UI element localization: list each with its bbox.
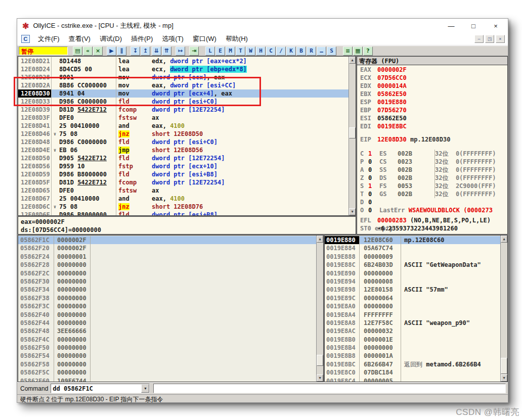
help-icon[interactable]: ?	[363, 46, 373, 56]
disasm-row[interactable]: 12E08D6ED986 B8000000flddword ptr [esi+B…	[18, 211, 349, 215]
animate-into-icon[interactable]: ⇊	[152, 46, 161, 56]
letter-button-s[interactable]: S	[327, 46, 336, 56]
step-into-icon[interactable]: ↧	[130, 46, 140, 56]
register-row[interactable]: EDX0000014A	[360, 82, 507, 90]
dump-row[interactable]: 05862F5C00000000	[18, 368, 316, 377]
appearance-icon[interactable]: ▦	[353, 46, 363, 56]
stack-row[interactable]: 0019E88012E08C60mp.12E08C60	[325, 236, 500, 244]
dump-row[interactable]: 05862F2800000000	[18, 261, 316, 269]
disasm-row[interactable]: 12E08D2A8B86 CC000000moveax, dword ptr […	[18, 81, 349, 89]
stack-row[interactable]: 0019E8C007DBC184	[325, 368, 500, 377]
disasm-scroll-thumb[interactable]	[349, 127, 356, 138]
stack-row[interactable]: 0019E88800000009	[325, 253, 500, 261]
disasm-row[interactable]: 12E08D33D986 C0000000flddword ptr [esi+C…	[18, 98, 349, 106]
letter-button-c[interactable]: C	[266, 46, 276, 56]
title-bar[interactable]: ✱ OllyICE - cstrike.exe - [CPU - 主线程, 模块…	[17, 19, 508, 33]
stack-row[interactable]: 0019E8AC00000032	[325, 327, 500, 335]
menu-item[interactable]: 文件(F)	[33, 33, 64, 44]
dump-row[interactable]: 05862F4C00000000	[18, 336, 316, 344]
disasm-row[interactable]: 12E08D3FDFE0fstswax	[18, 114, 349, 122]
restart-icon[interactable]: «	[83, 46, 93, 56]
stack-row[interactable]: 0019E8B80000001A	[325, 352, 500, 360]
dump-row[interactable]: 05862F2400000001	[18, 253, 316, 261]
flag-row[interactable]: T0GS002B32位 0(FFFFFFFF)	[360, 190, 507, 198]
flag-row[interactable]: S1FS005332位 2C9000(FFF)	[360, 182, 507, 190]
mdi-minimize-icon[interactable]: –	[474, 35, 484, 43]
maximize-icon[interactable]: □	[469, 22, 477, 30]
dump-row[interactable]: 05862F4000000000	[18, 311, 316, 319]
scroll-down-icon[interactable]: ▼	[501, 375, 507, 382]
disasm-row[interactable]: 12E08D218D1448leaedx, dword ptr [eax+ecx…	[18, 57, 349, 65]
dump-scrollbar[interactable]: ▲ ▼	[316, 236, 323, 382]
disasm-row[interactable]: 12E08D6C∨75 08jnzshort 12E08D76	[18, 203, 349, 211]
disasm-row[interactable]: 12E08D48D986 C0000000flddword ptr [esi+C…	[18, 138, 349, 146]
letter-button-b[interactable]: B	[296, 46, 306, 56]
dump-row[interactable]: 05862F3800000000	[18, 294, 316, 302]
stack-row[interactable]: 0019E89400000008	[325, 277, 500, 286]
register-row[interactable]: ESP0019E880	[360, 98, 507, 106]
scroll-down-icon[interactable]: ▼	[349, 208, 356, 215]
letter-button-slash[interactable]: /	[276, 46, 286, 56]
stack-scrollbar[interactable]: ▲ ▼	[500, 236, 507, 382]
disasm-row[interactable]: 12E08D248D4CD5 00leaecx, dword ptr [ebp+…	[18, 65, 349, 73]
stack-row[interactable]: 0019E8B400000000	[325, 344, 500, 352]
step-over-icon[interactable]: ↥	[141, 46, 150, 56]
close-icon[interactable]: ×	[492, 22, 500, 30]
disasm-row[interactable]: 12E08D56D959 10fstpdword ptr [ecx+10]	[18, 162, 349, 170]
command-input[interactable]: dd 05862F1C	[51, 385, 141, 392]
eip-row[interactable]: EIP12E08D30 mp.12E08D30	[360, 135, 507, 144]
dump-row[interactable]: 05862F3000000000	[18, 277, 316, 286]
pause-icon[interactable]: ∥	[117, 46, 126, 56]
flag-row[interactable]: O0LastErr WSAEWOULDBLOCK (0000273	[360, 206, 507, 214]
disasm-row[interactable]: 12E08D46∨75 08jnzshort 12E08D50	[18, 130, 349, 138]
command-combobox[interactable]: dd 05862F1C ▼	[51, 384, 150, 393]
disasm-row[interactable]: 12E08D4125 00410000andeax, 4100	[18, 122, 349, 130]
flag-row[interactable]: A0SS002B32位 0(FFFFFFFF)	[360, 166, 507, 174]
disasm-row[interactable]: 12E08D308941 04movdword ptr [ecx+4], eax	[18, 89, 349, 98]
stack-row[interactable]: 0019E8A812E7F58CASCII "weapon_p90"	[325, 319, 500, 327]
register-row[interactable]: EAX0000002F	[360, 66, 507, 74]
disasm-row[interactable]: 12E08D5FD81D 5422E712fcompdword ptr [12E…	[18, 178, 349, 186]
stack-row[interactable]: 0019E8A000000000	[325, 302, 500, 310]
open-file-icon[interactable]: ▤	[73, 46, 82, 56]
dump-row[interactable]: 05862F2C00000000	[18, 269, 316, 277]
menu-item[interactable]: 选项(T)	[157, 33, 188, 44]
options-icon[interactable]: ≡	[343, 46, 353, 56]
dump-row[interactable]: 05862F3C00000000	[18, 302, 316, 310]
stack-row[interactable]: 0019E8C400000005	[325, 377, 500, 382]
registers-pane[interactable]: 寄存器 (FPU) EAX0000002FECX07D56CC0EDX00000…	[357, 56, 508, 235]
letter-button-r[interactable]: R	[307, 46, 316, 56]
minimize-icon[interactable]: —	[447, 22, 455, 30]
animate-over-icon[interactable]: ⇈	[162, 46, 171, 56]
register-row[interactable]: EDI0019E8BC	[360, 122, 507, 130]
flag-row[interactable]: Z0DS002B32位 0(FFFFFFFF)	[360, 174, 507, 182]
disasm-row[interactable]: 12E08D59D986 B8000000flddword ptr [esi+B…	[18, 170, 349, 178]
mdi-close-icon[interactable]: ×	[496, 35, 505, 43]
stack-pane[interactable]: 0019E88012E08C60mp.12E08C600019E88405A67…	[324, 235, 508, 382]
disasm-row[interactable]: 12E08D50D905 5422E712flddword ptr [12E72…	[18, 154, 349, 162]
disasm-scrollbar[interactable]: ▲ ▼	[349, 57, 356, 215]
letter-button-e[interactable]: E	[215, 46, 225, 56]
disasm-row[interactable]: 12E08D65DFE0fstswax	[18, 186, 349, 195]
disasm-row[interactable]: 12E08D39D81D 5422E712fcompdword ptr [12E…	[18, 106, 349, 114]
disassembly-pane[interactable]: 12E08D218D1448leaedx, dword ptr [eax+ecx…	[18, 56, 356, 216]
scroll-up-icon[interactable]: ▲	[317, 236, 323, 243]
flag-row[interactable]: P0CS002332位 0(FFFFFFFF)	[360, 158, 507, 166]
scroll-up-icon[interactable]: ▲	[349, 57, 356, 64]
dump-row[interactable]: 05862F200000002F	[18, 244, 316, 252]
scroll-down-icon[interactable]: ▼	[317, 375, 323, 382]
disasm-row[interactable]: 12E08D6725 00410000andeax, 4100	[18, 195, 349, 203]
letter-button-m[interactable]: M	[226, 46, 235, 56]
letter-button-l[interactable]: L	[205, 46, 215, 56]
stack-scroll-thumb[interactable]	[501, 358, 507, 374]
menu-item[interactable]: 插件(P)	[126, 33, 157, 44]
dump-row[interactable]: 05862F483EE66666	[18, 327, 316, 335]
dump-row[interactable]: 05862F5400000000	[18, 352, 316, 360]
register-row[interactable]: ESI05862E50	[360, 114, 507, 122]
menu-item[interactable]: 帮助(H)	[221, 33, 252, 44]
flag-row[interactable]: D0	[360, 198, 507, 206]
memory-dump-pane[interactable]: 05862F1C0000002F05862F200000002F05862F24…	[18, 235, 324, 382]
dump-row[interactable]: 05862F60109E6744	[18, 377, 316, 382]
dropdown-arrow-icon[interactable]: ▼	[141, 384, 149, 393]
stack-row[interactable]: 0019E88405A67C74	[325, 244, 500, 252]
